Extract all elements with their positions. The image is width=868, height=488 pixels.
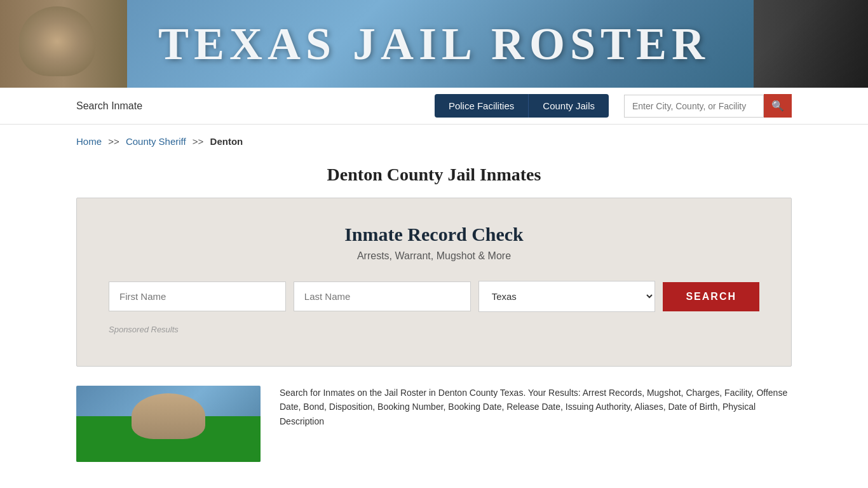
page-title-section: Denton County Jail Inmates <box>0 158 868 198</box>
search-inmate-label: Search Inmate <box>76 100 142 112</box>
banner-left-decoration <box>0 0 127 88</box>
bottom-section: Search for Inmates on the Jail Roster in… <box>76 386 792 475</box>
nav-search-input[interactable] <box>624 95 764 118</box>
police-facilities-button[interactable]: Police Facilities <box>435 94 528 118</box>
breadcrumb-sep2: >> <box>193 136 204 147</box>
site-title: Texas Jail Roster <box>158 18 710 71</box>
sponsored-label: Sponsored Results <box>109 325 759 334</box>
county-jails-button[interactable]: County Jails <box>528 94 609 118</box>
breadcrumb-home[interactable]: Home <box>76 136 102 147</box>
search-panel-subtitle: Arrests, Warrant, Mugshot & More <box>109 250 759 262</box>
denton-image <box>76 386 261 462</box>
banner-right-decoration <box>754 0 868 88</box>
last-name-input[interactable] <box>294 281 471 311</box>
nav-buttons: Police Facilities County Jails <box>435 94 609 118</box>
breadcrumb-sep1: >> <box>108 136 119 147</box>
breadcrumb-county-sheriff[interactable]: County Sheriff <box>126 136 186 147</box>
search-panel: Inmate Record Check Arrests, Warrant, Mu… <box>76 198 792 367</box>
search-fields-row: AlabamaAlaskaArizonaArkansasCaliforniaCo… <box>109 281 759 312</box>
navbar: Search Inmate Police Facilities County J… <box>0 88 868 125</box>
bottom-description: Search for Inmates on the Jail Roster in… <box>280 386 792 462</box>
nav-search-button[interactable]: 🔍 <box>764 94 792 118</box>
search-panel-title: Inmate Record Check <box>109 224 759 245</box>
state-select[interactable]: AlabamaAlaskaArizonaArkansasCaliforniaCo… <box>478 281 656 312</box>
nav-search-box: 🔍 <box>624 94 792 118</box>
first-name-input[interactable] <box>109 281 286 311</box>
breadcrumb-current: Denton <box>210 136 243 147</box>
breadcrumb: Home >> County Sheriff >> Denton <box>0 125 868 158</box>
site-banner: Texas Jail Roster <box>0 0 868 88</box>
search-button[interactable]: SEARCH <box>663 282 759 311</box>
page-title: Denton County Jail Inmates <box>0 165 868 185</box>
search-icon: 🔍 <box>771 100 784 112</box>
